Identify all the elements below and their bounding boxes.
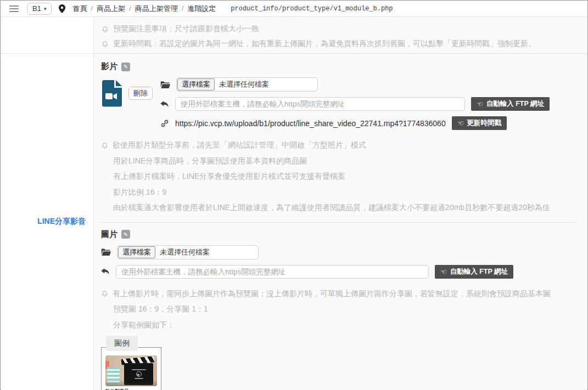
link-icon: [160, 119, 169, 128]
image-external-url-input[interactable]: [116, 265, 429, 279]
play-icon: ▶: [136, 371, 142, 377]
example-box: ▶ 數位類商品 售價 NT$1099 NT$1299: [101, 347, 161, 390]
bell-icon: [101, 290, 108, 297]
bell-icon: [102, 25, 109, 32]
note-preview-size: 預覽圖注意事項：尺寸請跟影音檔大小一致: [102, 21, 579, 36]
image-note-example-intro: 分享範例圖如下：: [101, 317, 579, 333]
field-label-line-share-media: LINE分享影音: [37, 217, 86, 227]
notes-row: 預覽圖注意事項：尺寸請跟影音檔大小一致 更新時間戳：若設定的圖片為同一網址，如有…: [1, 17, 587, 53]
page: B1 ▾ 首頁 / 商品上架 / 商品上架管理 / 進階設定 product_i…: [0, 0, 588, 390]
note-update-timestamp: 更新時間戳：若設定的圖片為同一網址，如有重新上傳圖片，為避免資料再次抓到舊圖，可…: [102, 36, 579, 51]
video-external-url-input[interactable]: [175, 97, 465, 111]
folder-icon: [160, 81, 170, 89]
auto-ftp-url-button[interactable]: ☞ 自動輸入 FTP 網址: [471, 97, 550, 111]
video-file-row: 選擇檔案 未選擇任何檔案: [160, 77, 550, 92]
delete-video-button[interactable]: 刪除: [128, 87, 153, 100]
store-selector[interactable]: B1 ▾: [27, 3, 52, 15]
image-external-url-row: ☞ 自動輸入 FTP 網址: [101, 265, 579, 279]
edit-icon[interactable]: ✎: [121, 230, 130, 239]
share-example: 圖例 ▶: [101, 336, 579, 390]
reply-arrow-icon: [101, 268, 110, 275]
top-navbar: B1 ▾ 首頁 / 商品上架 / 商品上架管理 / 進階設定 product_i…: [1, 1, 587, 17]
pointer-icon: ☞: [477, 100, 483, 108]
folder-icon: [101, 248, 111, 256]
chevron-down-icon: ▾: [44, 6, 47, 12]
video-note-aspect-ratio: 影片比例 16：9: [101, 184, 579, 200]
video-section-title: 影片: [101, 61, 117, 72]
auto-ftp-url-button[interactable]: ☞ 自動輸入 FTP 網址: [435, 265, 513, 279]
video-section: 影片 ✎ 刪除: [101, 61, 579, 216]
edit-icon[interactable]: ✎: [121, 63, 130, 71]
breadcrumb-product-listing[interactable]: 商品上架: [97, 4, 125, 14]
video-file-input[interactable]: 選擇檔案 未選擇任何檔案: [176, 77, 318, 92]
update-timestamp-button[interactable]: ☞ 更新時間戳: [452, 116, 507, 130]
video-note-video-priority: 有上傳影片檔案時，LINE分享會優先使用影片模式並可支援有聲檔案: [101, 168, 579, 184]
label-cell-empty: [1, 17, 94, 53]
breadcrumb-listing-management[interactable]: 商品上架管理: [135, 4, 178, 14]
example-card-image: ▶: [105, 355, 157, 386]
breadcrumb: 首頁 / 商品上架 / 商品上架管理 / 進階設定: [72, 4, 216, 14]
image-note-ratios: 預覽圖 16：9，分享圖 1：1: [101, 301, 579, 317]
image-section-title: 圖片: [101, 229, 117, 240]
video-file-icon: [101, 80, 123, 107]
file-status-text: 未選擇任何檔案: [215, 80, 273, 89]
line-share-media-row: LINE分享影音 影片 ✎: [1, 53, 587, 390]
bell-icon: [101, 142, 108, 149]
breadcrumb-advanced-settings[interactable]: 進階設定: [187, 4, 216, 14]
bell-icon: [102, 40, 109, 47]
reply-arrow-icon: [160, 100, 169, 108]
file-status-text: 未選擇任何檔案: [155, 247, 214, 257]
legend-label: 圖例: [106, 336, 138, 351]
store-selector-value: B1: [32, 4, 41, 13]
choose-file-button[interactable]: 選擇檔案: [177, 78, 215, 91]
video-note-file-size-limit: 由於檔案過大會影響使用者於LINE上開啟速度，為了維護使用者閱讀品質，建議檔案大…: [101, 200, 579, 216]
video-note-square-photo: 欲使用影片類型分享前，請先至「網站設計管理」中開啟「方型照片」模式: [101, 137, 579, 153]
location-pin-icon: [59, 4, 65, 13]
pointer-icon: ☞: [440, 268, 447, 275]
video-external-url-row: ☞ 自動輸入 FTP 網址: [160, 97, 550, 111]
image-section: 圖片 ✎ 選擇檔案 未選擇任何檔案: [101, 229, 579, 390]
video-current-url: https://pic.vcp.tw/upload/b1/product/lin…: [175, 119, 446, 128]
line-share-card-example: ▶ 數位類商品 售價 NT$1099 NT$1299: [105, 355, 157, 390]
video-note-line-default-image: 用於LINE分享商品時，分享圖預設使用基本資料的商品圖: [101, 153, 579, 169]
image-file-row: 選擇檔案 未選擇任何檔案: [101, 245, 579, 259]
menu-icon[interactable]: [8, 4, 20, 13]
choose-file-button[interactable]: 選擇檔案: [118, 246, 155, 258]
video-current-url-row: https://pic.vcp.tw/upload/b1/product/lin…: [160, 116, 550, 130]
breadcrumb-home[interactable]: 首頁: [72, 4, 87, 14]
image-file-input[interactable]: 選擇檔案 未選擇任何檔案: [117, 245, 259, 259]
section-divider: [101, 222, 579, 223]
pointer-icon: ☞: [457, 120, 464, 127]
page-path: product_info/product_type/v1_module_b.ph…: [231, 5, 393, 13]
image-note-upload-rule: 有上傳影片時，需同步上傳圖片作為預覽圖；沒上傳影片時，可單獨上傳圖片當作分享圖，…: [101, 286, 579, 302]
